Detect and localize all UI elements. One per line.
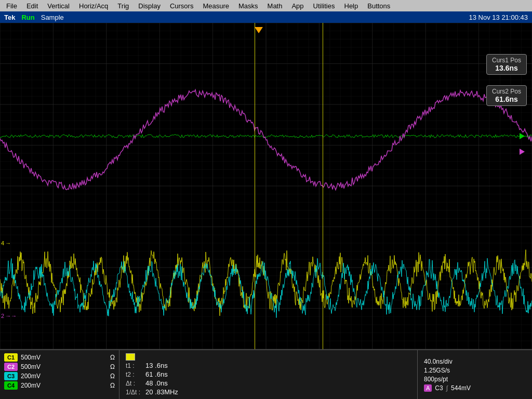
- menu-masks[interactable]: Masks: [234, 1, 262, 11]
- ch4-voltage: 200mV: [21, 382, 41, 389]
- statusbar: Tek Run Sample 13 Nov 13 21:00:43: [0, 11, 532, 23]
- svg-marker-0: [520, 149, 525, 155]
- timestamp-label: 13 Nov 13 21:00:43: [469, 14, 528, 21]
- scope-display: Curs1 Pos 13.6ns Curs2 Pos 61.6ns 4 → 2 …: [0, 23, 532, 349]
- menu-horiz-acq[interactable]: Horiz/Acq: [75, 1, 112, 11]
- menu-buttons[interactable]: Buttons: [363, 1, 394, 11]
- bottom-panel: C1 500mV Ω C2 500mV Ω C3 200mV Ω C4 200m…: [0, 349, 532, 399]
- t1-row: t1 : 13 .6ns: [126, 362, 168, 369]
- ch1-row: C1 500mV Ω: [4, 353, 115, 362]
- brand-label: Tek: [4, 14, 15, 21]
- menu-math[interactable]: Math: [263, 1, 287, 11]
- ch4-badge: C4: [4, 381, 18, 390]
- cursor1-label: Curs1 Pos: [492, 57, 521, 64]
- menu-edit[interactable]: Edit: [22, 1, 42, 11]
- cursor1-box: Curs1 Pos 13.6ns: [486, 54, 527, 75]
- ch2-badge: C2: [4, 363, 18, 371]
- math-value: 544mV: [451, 384, 471, 392]
- ch1-voltage: 500mV: [21, 354, 41, 361]
- delta-t-value: 48 .0ns: [145, 379, 168, 387]
- menu-trig[interactable]: Trig: [113, 1, 133, 11]
- cursor-measurements-section: t1 : 13 .6ns t2 : 61 .6ns Δt : 48 .0ns 1…: [119, 350, 418, 399]
- run-state-label: Run: [21, 14, 34, 21]
- ch3-unit: Ω: [110, 373, 115, 380]
- math-prefix-badge: A: [424, 384, 432, 392]
- menubar: File Edit Vertical Horiz/Acq Trig Displa…: [0, 0, 532, 11]
- ch3-badge: C3: [4, 372, 18, 380]
- cursor-2-line[interactable]: [323, 23, 323, 349]
- menu-help[interactable]: Help: [340, 1, 363, 11]
- math-row: A C3 ∫ 544mV: [424, 384, 526, 392]
- timebase-section: 40.0ns/div 1.25GS/s 800ps/pt A C3 ∫ 544m…: [418, 350, 532, 399]
- svg-marker-1: [520, 133, 525, 139]
- ch2-unit: Ω: [110, 363, 115, 370]
- inv-delta-value: 20 .83MHz: [145, 388, 178, 396]
- menu-app[interactable]: App: [287, 1, 308, 11]
- ch4-unit: Ω: [110, 382, 115, 389]
- channel-info-section: C1 500mV Ω C2 500mV Ω C3 200mV Ω C4 200m…: [0, 350, 119, 399]
- sample-rate-row: 1.25GS/s: [424, 367, 526, 374]
- menu-utilities[interactable]: Utilities: [309, 1, 339, 11]
- ch3-row: C3 200mV Ω: [4, 372, 115, 380]
- inv-delta-row: 1/Δt : 20 .83MHz: [126, 388, 178, 396]
- menu-cursors[interactable]: Cursors: [166, 1, 198, 11]
- math-icon: ∫: [446, 384, 448, 392]
- ch1-unit: Ω: [110, 354, 115, 361]
- ch4-row: C4 200mV Ω: [4, 381, 115, 390]
- cursor2-label: Curs2 Pos: [492, 88, 521, 95]
- trigger-marker: [255, 27, 263, 33]
- cursor2-value: 61.6ns: [492, 95, 521, 103]
- cursor-ch-swatch: [126, 353, 135, 361]
- acq-mode-label: Sample: [41, 14, 64, 21]
- menu-measure[interactable]: Measure: [198, 1, 233, 11]
- inv-delta-label: 1/Δt :: [126, 389, 141, 396]
- ch2-ground-marker: 2 →→: [1, 313, 17, 319]
- t2-value: 61 .6ns: [145, 370, 168, 378]
- t1-label: t1 :: [126, 362, 141, 369]
- cursor-1-line[interactable]: [255, 23, 255, 349]
- t2-row: t2 : 61 .6ns: [126, 370, 168, 378]
- ch2-voltage: 500mV: [21, 363, 41, 370]
- ch2-row: C2 500mV Ω: [4, 363, 115, 371]
- sample-interval-row: 800ps/pt: [424, 376, 526, 383]
- menu-file[interactable]: File: [2, 1, 21, 11]
- menu-vertical[interactable]: Vertical: [43, 1, 74, 11]
- t1-value: 13 .6ns: [145, 362, 168, 369]
- t2-label: t2 :: [126, 371, 141, 378]
- ch4-ground-marker: 4 →: [1, 240, 11, 246]
- delta-t-row: Δt : 48 .0ns: [126, 379, 168, 387]
- tb-value-row: 40.0ns/div: [424, 358, 526, 365]
- cursor2-box: Curs2 Pos 61.6ns: [486, 85, 527, 106]
- delta-t-label: Δt :: [126, 380, 141, 387]
- menu-display[interactable]: Display: [134, 1, 165, 11]
- ch1-badge: C1: [4, 353, 18, 362]
- ch3-voltage: 200mV: [21, 373, 41, 380]
- waveform-display: [0, 23, 532, 349]
- cursor-ch-indicator: [126, 353, 135, 361]
- cursor1-value: 13.6ns: [492, 64, 521, 72]
- math-ch-label: C3: [435, 384, 443, 392]
